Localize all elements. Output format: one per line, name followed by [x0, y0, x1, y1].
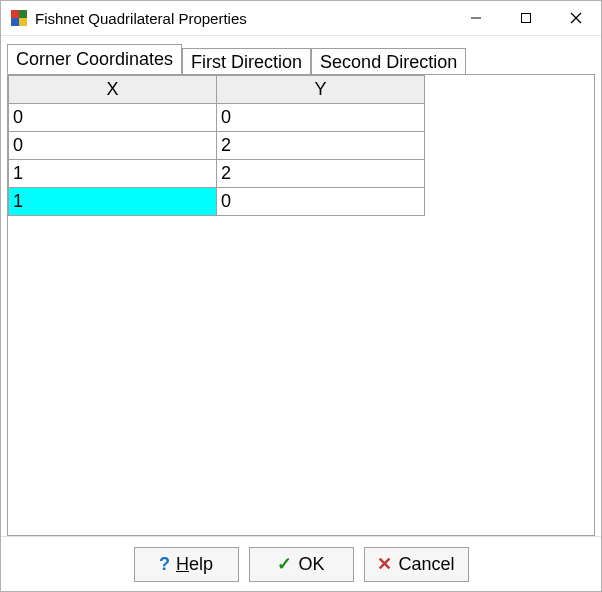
- table-row: 1 0: [9, 188, 425, 216]
- cell-x[interactable]: 0: [9, 132, 217, 160]
- svg-rect-2: [11, 18, 19, 26]
- tab-label: Corner Coordinates: [16, 49, 173, 70]
- svg-rect-5: [522, 14, 531, 23]
- tab-corner-coordinates[interactable]: Corner Coordinates: [7, 44, 182, 74]
- ok-button[interactable]: ✓ OK: [249, 547, 354, 582]
- help-button-label: Help: [176, 554, 213, 575]
- minimize-button[interactable]: [451, 1, 501, 35]
- cell-x[interactable]: 1: [9, 188, 217, 216]
- tab-label: Second Direction: [320, 52, 457, 73]
- check-icon: ✓: [277, 555, 292, 573]
- window-controls: [451, 1, 601, 35]
- ok-button-label: OK: [298, 554, 324, 575]
- tabstrip: Corner Coordinates First Direction Secon…: [7, 42, 595, 74]
- cell-y[interactable]: 2: [217, 132, 425, 160]
- column-header-y[interactable]: Y: [217, 76, 425, 104]
- button-bar: ? Help ✓ OK ✕ Cancel: [1, 536, 601, 591]
- tab-second-direction[interactable]: Second Direction: [311, 48, 466, 75]
- question-icon: ?: [159, 555, 170, 573]
- tab-first-direction[interactable]: First Direction: [182, 48, 311, 75]
- tab-page: X Y 0 0 0 2 1 2: [7, 74, 595, 536]
- window-title: Fishnet Quadrilateral Properties: [35, 10, 247, 27]
- cell-y[interactable]: 0: [217, 188, 425, 216]
- cell-x[interactable]: 1: [9, 160, 217, 188]
- client-area: Corner Coordinates First Direction Secon…: [1, 36, 601, 536]
- column-header-x[interactable]: X: [9, 76, 217, 104]
- titlebar: Fishnet Quadrilateral Properties: [1, 1, 601, 36]
- cancel-button[interactable]: ✕ Cancel: [364, 547, 469, 582]
- dialog-window: Fishnet Quadrilateral Properties Corner …: [0, 0, 602, 592]
- svg-rect-0: [11, 10, 19, 18]
- table-row: 0 0: [9, 104, 425, 132]
- cell-x[interactable]: 0: [9, 104, 217, 132]
- coordinates-grid[interactable]: X Y 0 0 0 2 1 2: [8, 75, 425, 216]
- cross-icon: ✕: [377, 555, 392, 573]
- close-button[interactable]: [551, 1, 601, 35]
- svg-rect-1: [19, 10, 27, 18]
- cell-y[interactable]: 2: [217, 160, 425, 188]
- table-row: 1 2: [9, 160, 425, 188]
- tab-label: First Direction: [191, 52, 302, 73]
- app-icon: [9, 8, 29, 28]
- cancel-button-label: Cancel: [398, 554, 454, 575]
- svg-rect-3: [19, 18, 27, 26]
- maximize-button[interactable]: [501, 1, 551, 35]
- cell-y[interactable]: 0: [217, 104, 425, 132]
- table-row: 0 2: [9, 132, 425, 160]
- help-button[interactable]: ? Help: [134, 547, 239, 582]
